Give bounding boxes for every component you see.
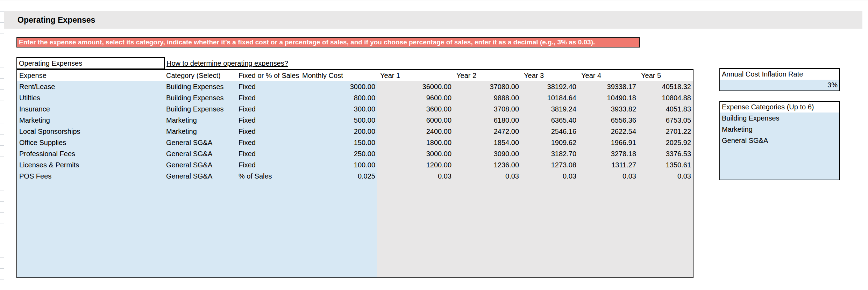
cell-year-5[interactable]: 6753.05 (638, 115, 693, 126)
cell-fixed-or-percent[interactable]: Fixed (236, 126, 300, 137)
empty-input-cells[interactable] (17, 182, 377, 277)
cell-expense[interactable]: Marketing (17, 115, 164, 126)
cell-year-4[interactable]: 3933.82 (578, 103, 638, 115)
cell-category[interactable]: Marketing (164, 126, 236, 137)
cell-monthly-cost[interactable]: 0.025 (300, 171, 377, 182)
cell-fixed-or-percent[interactable]: Fixed (236, 137, 300, 148)
cell-year-2[interactable]: 0.03 (453, 171, 521, 182)
cell-expense[interactable]: Professional Fees (17, 148, 164, 159)
cell-year-3[interactable]: 0.03 (521, 171, 578, 182)
cell-year-1[interactable]: 0.03 (377, 171, 453, 182)
cell-year-3[interactable]: 1273.08 (521, 159, 578, 171)
cell-monthly-cost[interactable]: 300.00 (300, 103, 377, 115)
column-header-year-4[interactable]: Year 4 (578, 70, 638, 81)
cell-year-4[interactable]: 10490.18 (578, 92, 638, 103)
column-header-expense[interactable]: Expense (17, 70, 164, 81)
cell-year-2[interactable]: 9888.00 (453, 92, 521, 103)
column-header-year-2[interactable]: Year 2 (453, 70, 521, 81)
cell-year-1[interactable]: 3600.00 (377, 103, 453, 115)
cell-fixed-or-percent[interactable]: Fixed (236, 159, 300, 171)
cell-year-3[interactable]: 3182.70 (521, 148, 578, 159)
cell-year-3[interactable]: 38192.40 (521, 81, 578, 92)
cell-expense[interactable]: Utilties (17, 92, 164, 103)
cell-expense[interactable]: POS Fees (17, 171, 164, 182)
cell-year-5[interactable]: 0.03 (638, 171, 693, 182)
cell-expense[interactable]: Licenses & Permits (17, 159, 164, 171)
cell-year-1[interactable]: 6000.00 (377, 115, 453, 126)
cell-year-5[interactable]: 1350.61 (638, 159, 693, 171)
cell-year-5[interactable]: 10804.88 (638, 92, 693, 103)
cell-year-5[interactable]: 3376.53 (638, 148, 693, 159)
cell-year-3[interactable]: 1909.62 (521, 137, 578, 148)
cell-year-5[interactable]: 40518.32 (638, 81, 693, 92)
cell-year-3[interactable]: 3819.24 (521, 103, 578, 115)
cell-category[interactable]: Building Expenses (164, 92, 236, 103)
cell-category[interactable]: General SG&A (164, 137, 236, 148)
category-item[interactable]: Marketing (720, 124, 839, 135)
cell-year-1[interactable]: 9600.00 (377, 92, 453, 103)
cell-year-4[interactable]: 39338.17 (578, 81, 638, 92)
cell-fixed-or-percent[interactable]: % of Sales (236, 171, 300, 182)
cell-year-2[interactable]: 3708.00 (453, 103, 521, 115)
column-header-year-5[interactable]: Year 5 (638, 70, 693, 81)
cell-year-2[interactable]: 1854.00 (453, 137, 521, 148)
cell-expense[interactable]: Rent/Lease (17, 81, 164, 92)
cell-year-4[interactable]: 6556.36 (578, 115, 638, 126)
cell-year-4[interactable]: 1966.91 (578, 137, 638, 148)
cell-monthly-cost[interactable]: 200.00 (300, 126, 377, 137)
cell-year-3[interactable]: 2546.16 (521, 126, 578, 137)
category-item[interactable]: Building Expenses (720, 113, 839, 124)
inflation-rate-value[interactable]: 3% (720, 80, 839, 90)
cell-category[interactable]: General SG&A (164, 159, 236, 171)
cell-year-2[interactable]: 1236.00 (453, 159, 521, 171)
cell-fixed-or-percent[interactable]: Fixed (236, 81, 300, 92)
column-header-year-1[interactable]: Year 1 (377, 70, 453, 81)
cell-category[interactable]: Marketing (164, 115, 236, 126)
column-header-category[interactable]: Category (Select) (164, 70, 236, 81)
cell-year-3[interactable]: 6365.40 (521, 115, 578, 126)
cell-monthly-cost[interactable]: 500.00 (300, 115, 377, 126)
cell-monthly-cost[interactable]: 100.00 (300, 159, 377, 171)
cell-year-1[interactable]: 1800.00 (377, 137, 453, 148)
help-link[interactable]: How to determine operating expenses? (166, 57, 288, 69)
cell-year-5[interactable]: 2701.22 (638, 126, 693, 137)
cell-year-2[interactable]: 3090.00 (453, 148, 521, 159)
cell-category[interactable]: General SG&A (164, 148, 236, 159)
cell-year-2[interactable]: 2472.00 (453, 126, 521, 137)
column-header-fixed-or-percent[interactable]: Fixed or % of Sales ( (236, 70, 300, 81)
cell-year-2[interactable]: 6180.00 (453, 115, 521, 126)
cell-year-2[interactable]: 37080.00 (453, 81, 521, 92)
cell-year-1[interactable]: 36000.00 (377, 81, 453, 92)
cell-fixed-or-percent[interactable]: Fixed (236, 92, 300, 103)
cell-year-4[interactable]: 3278.18 (578, 148, 638, 159)
cell-fixed-or-percent[interactable]: Fixed (236, 103, 300, 115)
categories-list[interactable]: Building Expenses Marketing General SG&A (720, 113, 839, 180)
cell-year-1[interactable]: 3000.00 (377, 148, 453, 159)
cell-year-1[interactable]: 2400.00 (377, 126, 453, 137)
cell-year-3[interactable]: 10184.64 (521, 92, 578, 103)
cell-expense[interactable]: Local Sponsorships (17, 126, 164, 137)
cell-expense[interactable]: Office Supplies (17, 137, 164, 148)
cell-monthly-cost[interactable]: 3000.00 (300, 81, 377, 92)
column-header-year-3[interactable]: Year 3 (521, 70, 578, 81)
cell-fixed-or-percent[interactable]: Fixed (236, 115, 300, 126)
column-header-monthly-cost[interactable]: Monthly Cost (300, 70, 377, 81)
cell-category[interactable]: Building Expenses (164, 103, 236, 115)
cell-monthly-cost[interactable]: 250.00 (300, 148, 377, 159)
cell-year-4[interactable]: 2622.54 (578, 126, 638, 137)
table-label-cell[interactable]: Operating Expenses (16, 57, 165, 69)
title-band: Operating Expenses (4, 11, 862, 29)
cell-fixed-or-percent[interactable]: Fixed (236, 148, 300, 159)
cell-year-1[interactable]: 1200.00 (377, 159, 453, 171)
cell-year-5[interactable]: 2025.92 (638, 137, 693, 148)
cell-year-4[interactable]: 0.03 (578, 171, 638, 182)
empty-rows-area[interactable] (17, 182, 693, 277)
cell-year-5[interactable]: 4051.83 (638, 103, 693, 115)
cell-monthly-cost[interactable]: 150.00 (300, 137, 377, 148)
cell-monthly-cost[interactable]: 800.00 (300, 92, 377, 103)
cell-expense[interactable]: Insurance (17, 103, 164, 115)
cell-category[interactable]: General SG&A (164, 171, 236, 182)
category-item[interactable]: General SG&A (720, 135, 839, 146)
cell-year-4[interactable]: 1311.27 (578, 159, 638, 171)
cell-category[interactable]: Building Expenses (164, 81, 236, 92)
